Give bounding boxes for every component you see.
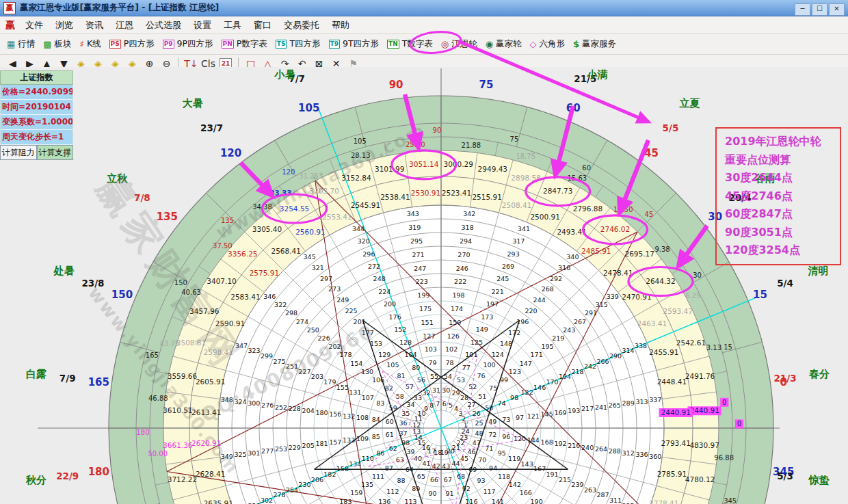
- spiral-number: 134: [349, 460, 361, 468]
- spiral-number: 203: [311, 373, 323, 380]
- spiral-number: 299: [261, 352, 273, 360]
- spiral-number: 340: [566, 253, 579, 261]
- toolbar-button-t-square[interactable]: TST四方形: [271, 37, 325, 51]
- winner-wheel-icon: ◉: [486, 40, 493, 49]
- spiral-number: 78: [445, 359, 453, 367]
- menu-item-窗口[interactable]: 窗口: [248, 17, 278, 34]
- spiral-number: 272: [368, 263, 380, 270]
- spiral-number: 7: [436, 400, 440, 408]
- toolbar-button-sectors[interactable]: ▩板块: [39, 37, 75, 51]
- toolbar-button-hexagon[interactable]: ◇六角形: [526, 37, 570, 51]
- spiral-number: 250: [307, 326, 319, 334]
- calc-resistance-button[interactable]: 计算阻力: [0, 145, 37, 160]
- spiral-number: 320: [358, 237, 370, 245]
- menu-item-文件[interactable]: 文件: [19, 17, 49, 34]
- spiral-number: 123: [509, 368, 521, 375]
- spiral-number: 101: [465, 351, 477, 358]
- toolbar-button-p-square[interactable]: PSP四方形: [105, 37, 159, 51]
- maximize-button[interactable]: ☐: [812, 3, 827, 16]
- menu-item-工具[interactable]: 工具: [217, 17, 248, 34]
- spiral-number: 173: [481, 313, 493, 321]
- solar-term-label: 大暑: [183, 97, 203, 109]
- percent-label: 21.88: [462, 142, 481, 149]
- price-inner-label: 2485.91: [581, 247, 611, 255]
- spiral-number: 265: [609, 401, 621, 409]
- menu-item-浏览[interactable]: 浏览: [49, 17, 79, 34]
- spiral-number: 54: [444, 373, 452, 380]
- calc-support-button[interactable]: 计算支撑: [37, 145, 74, 160]
- menu-item-江恩[interactable]: 江恩: [109, 17, 140, 34]
- menu-item-帮助[interactable]: 帮助: [326, 17, 356, 34]
- spiral-number: 295: [410, 237, 423, 245]
- price-inner-label: 2553.41: [322, 213, 352, 221]
- spiral-number: 146: [533, 384, 546, 391]
- toolbar-button-quotes[interactable]: ▦行情: [3, 37, 39, 51]
- price-inner-label: 2575.91: [250, 269, 279, 277]
- spiral-number: 266: [596, 358, 609, 365]
- spiral-number: 294: [460, 237, 472, 245]
- spiral-number: 152: [394, 326, 406, 333]
- spiral-number: 106: [372, 376, 384, 384]
- spiral-number: 133: [343, 436, 355, 444]
- spiral-number: 91: [445, 490, 453, 497]
- spiral-number: 274: [296, 318, 308, 326]
- spiral-number: 342: [463, 210, 475, 217]
- degree-label: 180: [136, 429, 149, 436]
- instrument-name: 上证指数: [0, 70, 73, 85]
- spiral-number: 218: [571, 368, 583, 375]
- toolbar-button-winner-service[interactable]: $赢家服务: [569, 37, 620, 51]
- toolbar-button-9t-square[interactable]: T99T四方形: [325, 37, 384, 51]
- spiral-number: 245: [496, 275, 509, 282]
- price-outer-label: 3407.10: [207, 277, 236, 285]
- toolbar-button-kline[interactable]: ♯K线: [76, 37, 105, 51]
- percent-label: 15.63: [567, 174, 587, 182]
- winner-wheel-label: 赢家轮: [496, 38, 522, 50]
- spiral-number: 239: [571, 481, 583, 488]
- price-outer-label: 3101.99: [375, 165, 404, 173]
- spiral-number: 80: [412, 364, 420, 371]
- toolbar-button-p-table[interactable]: PNP数字表: [217, 37, 271, 51]
- spiral-number: 94: [489, 464, 497, 472]
- spiral-number: 242: [584, 362, 596, 370]
- spiral-number: 125: [471, 339, 483, 346]
- spiral-number: 59: [389, 404, 397, 412]
- t-table-badge-icon: TN: [387, 40, 399, 49]
- toolbar-button-winner-wheel[interactable]: ◉赢家轮: [481, 37, 526, 51]
- spiral-number: 92: [462, 485, 471, 492]
- price-inner-label: 2778.41: [649, 499, 678, 504]
- spiral-number: 103: [425, 345, 437, 353]
- spiral-number: 159: [350, 489, 362, 496]
- spiral-number: 85: [372, 433, 380, 440]
- solar-term-label: 春分: [808, 368, 830, 380]
- spiral-number: 154: [350, 360, 362, 367]
- spiral-number: 68: [457, 473, 465, 480]
- menu-item-公式选股[interactable]: 公式选股: [140, 17, 187, 34]
- spiral-number: 48: [475, 429, 483, 437]
- spiral-number: 341: [518, 225, 530, 233]
- menu-items: 文件浏览资讯江恩公式选股设置工具窗口交易委托帮助: [19, 17, 356, 34]
- spiral-number: 247: [414, 265, 426, 272]
- toolbar-button-9p-square[interactable]: P99P四方形: [159, 37, 217, 51]
- menu-item-设置[interactable]: 设置: [187, 17, 217, 34]
- outer-degree-label: 45: [644, 147, 659, 159]
- toolbar-button-t-table[interactable]: TNT数字表: [383, 37, 437, 51]
- spiral-number: 156: [329, 410, 341, 418]
- spiral-number: 148: [500, 340, 512, 347]
- spiral-number: 230: [298, 481, 310, 488]
- spiral-number: 86: [376, 449, 384, 457]
- toolbar-button-gann-wheel[interactable]: ◎江恩轮: [437, 37, 481, 51]
- spiral-number: 195: [541, 343, 553, 350]
- spiral-number: 26: [473, 410, 481, 417]
- spiral-number: 89: [412, 485, 420, 492]
- menu-item-交易委托[interactable]: 交易委托: [278, 17, 326, 34]
- menu-item-资讯[interactable]: 资讯: [79, 17, 109, 34]
- minimize-button[interactable]: ─: [795, 3, 810, 16]
- 9t-square-badge-icon: T9: [329, 40, 340, 49]
- spiral-number: 290: [609, 352, 622, 360]
- spiral-number: 90: [428, 490, 436, 497]
- close-button[interactable]: ✕: [829, 3, 845, 16]
- outer-degree-label: 120: [220, 147, 241, 159]
- spiral-number: 144: [527, 436, 540, 444]
- spiral-number: 322: [274, 301, 287, 308]
- window-title: 赢家江恩专业版[赢家服务平台] - [上证指数 江恩轮]: [20, 2, 789, 14]
